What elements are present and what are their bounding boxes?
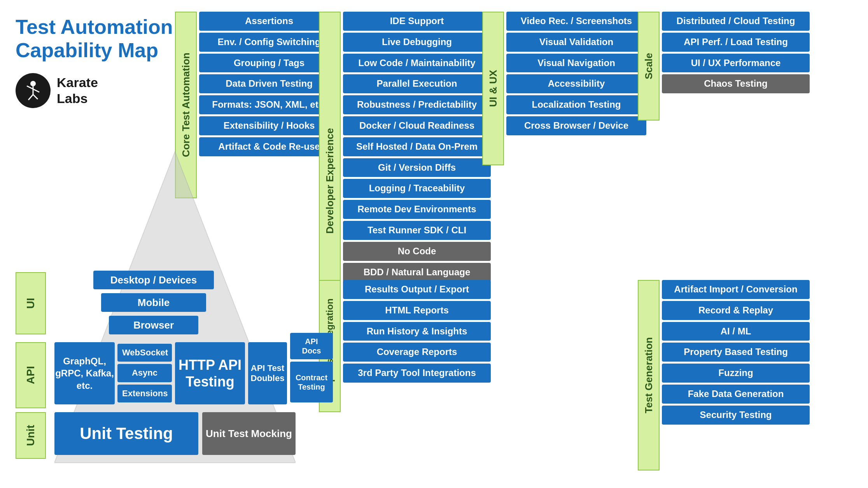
list-item: Remote Dev Environments bbox=[343, 200, 491, 219]
page: Test Automation Capability Map bbox=[0, 0, 868, 488]
logo-area: Karate Labs bbox=[16, 73, 173, 108]
list-item: Docker / Cloud Readiness bbox=[343, 116, 491, 135]
list-item: Results Output / Export bbox=[343, 280, 491, 299]
logo-circle bbox=[16, 73, 51, 108]
list-item: AI / ML bbox=[662, 322, 810, 341]
list-item: Record & Replay bbox=[662, 301, 810, 320]
list-item: Artifact Import / Conversion bbox=[662, 280, 810, 299]
list-item: Cross Browser / Device bbox=[506, 116, 646, 135]
contract-testing-item: Contract Testing bbox=[290, 362, 333, 402]
api-label: API bbox=[16, 342, 46, 408]
svg-line-3 bbox=[33, 89, 39, 92]
list-item: Robustness / Predictability bbox=[343, 95, 491, 114]
list-item: Property Based Testing bbox=[662, 343, 810, 362]
list-item: Parallel Execution bbox=[343, 74, 491, 93]
list-item: Video Rec. / Screenshots bbox=[506, 12, 646, 31]
list-item: Low Code / Maintainability bbox=[343, 54, 491, 73]
browser-block: Browser bbox=[109, 316, 198, 334]
logo-text: Karate Labs bbox=[57, 75, 98, 107]
graphql-block: GraphQL, gRPC, Kafka, etc. bbox=[54, 342, 115, 404]
list-item: Accessibility bbox=[506, 74, 646, 93]
list-item: Live Debugging bbox=[343, 33, 491, 52]
list-item: BDD / Natural Language bbox=[343, 263, 491, 282]
api-docs-item: API Docs bbox=[290, 333, 333, 359]
list-item: HTML Reports bbox=[343, 301, 491, 320]
reports-items-list: Results Output / Export HTML Reports Run… bbox=[343, 280, 491, 412]
list-item: Logging / Traceability bbox=[343, 179, 491, 198]
list-item: API Perf. / Load Testing bbox=[662, 33, 810, 52]
list-item: Fuzzing bbox=[662, 364, 810, 383]
testgen-label-wrapper: Test Generation bbox=[638, 280, 660, 471]
scale-label: Scale bbox=[638, 12, 660, 121]
svg-line-5 bbox=[33, 94, 38, 99]
list-item: Assertions bbox=[199, 12, 339, 31]
list-item: Env. / Config Switching bbox=[199, 33, 339, 52]
list-item: Fake Data Generation bbox=[662, 385, 810, 404]
test-generation-label: Test Generation bbox=[638, 280, 660, 471]
list-item: Data Driven Testing bbox=[199, 74, 339, 93]
list-item: Git / Version Diffs bbox=[343, 158, 491, 177]
list-item: Extensibility / Hooks bbox=[199, 116, 339, 135]
list-item: Security Testing bbox=[662, 406, 810, 425]
api-label-container: API bbox=[16, 342, 46, 408]
websocket-col: WebSocket Async Extensions bbox=[117, 344, 172, 404]
uiux-label: UI & UX bbox=[482, 12, 504, 165]
unit-label-container: Unit bbox=[16, 412, 46, 459]
list-item: Coverage Reports bbox=[343, 343, 491, 362]
async-item: Async bbox=[117, 364, 172, 382]
list-item: Test Runner SDK / CLI bbox=[343, 221, 491, 240]
list-item: Grouping / Tags bbox=[199, 54, 339, 73]
uiux-label-wrapper: UI & UX bbox=[482, 12, 504, 165]
api-test-doubles-block: API Test Doubles bbox=[248, 342, 287, 404]
desktop-block: Desktop / Devices bbox=[93, 271, 214, 289]
list-item: 3rd Party Tool Integrations bbox=[343, 364, 491, 383]
list-item: Chaos Testing bbox=[662, 74, 810, 93]
test-generation-section: Test Generation Artifact Import / Conver… bbox=[638, 280, 810, 471]
list-item: No Code bbox=[343, 242, 491, 261]
api-docs-contract-col: API Docs Contract Testing bbox=[290, 333, 333, 404]
reports-integration-section: Reports & Integration Results Output / E… bbox=[319, 280, 491, 412]
websocket-item: WebSocket bbox=[117, 344, 172, 362]
list-item: Localization Testing bbox=[506, 95, 646, 114]
list-item: Distributed / Cloud Testing bbox=[662, 12, 810, 31]
list-item: Formats: JSON, XML, etc. bbox=[199, 95, 339, 114]
page-title: Test Automation Capability Map bbox=[16, 16, 173, 62]
scale-items-list: Distributed / Cloud Testing API Perf. / … bbox=[662, 12, 810, 121]
http-api-block: HTTP API Testing bbox=[175, 342, 245, 404]
mobile-block: Mobile bbox=[101, 293, 206, 312]
ui-label-container: UI bbox=[16, 272, 46, 334]
unit-mocking-block: Unit Test Mocking bbox=[202, 412, 296, 455]
pyramid-area: Unit Unit Testing Unit Test Mocking API … bbox=[16, 148, 319, 467]
list-item: Self Hosted / Data On-Prem bbox=[343, 137, 491, 156]
list-item: Run History & Insights bbox=[343, 322, 491, 341]
karate-icon bbox=[21, 79, 45, 102]
scale-section: Scale Distributed / Cloud Testing API Pe… bbox=[638, 12, 810, 121]
scale-label-wrapper: Scale bbox=[638, 12, 660, 121]
list-item: IDE Support bbox=[343, 12, 491, 31]
svg-line-4 bbox=[28, 94, 33, 100]
ui-label: UI bbox=[16, 272, 46, 334]
svg-line-2 bbox=[27, 86, 33, 89]
extensions-item: Extensions bbox=[117, 385, 172, 402]
list-item: Visual Navigation bbox=[506, 54, 646, 73]
unit-label: Unit bbox=[16, 412, 46, 459]
list-item: Visual Validation bbox=[506, 33, 646, 52]
list-item: UI / UX Performance bbox=[662, 54, 810, 73]
uiux-items-list: Video Rec. / Screenshots Visual Validati… bbox=[506, 12, 646, 165]
uiux-section: UI & UX Video Rec. / Screenshots Visual … bbox=[482, 12, 646, 165]
svg-point-0 bbox=[30, 81, 36, 86]
unit-testing-block: Unit Testing bbox=[54, 412, 198, 455]
testgen-items-list: Artifact Import / Conversion Record & Re… bbox=[662, 280, 810, 471]
title-block: Test Automation Capability Map bbox=[16, 16, 173, 108]
